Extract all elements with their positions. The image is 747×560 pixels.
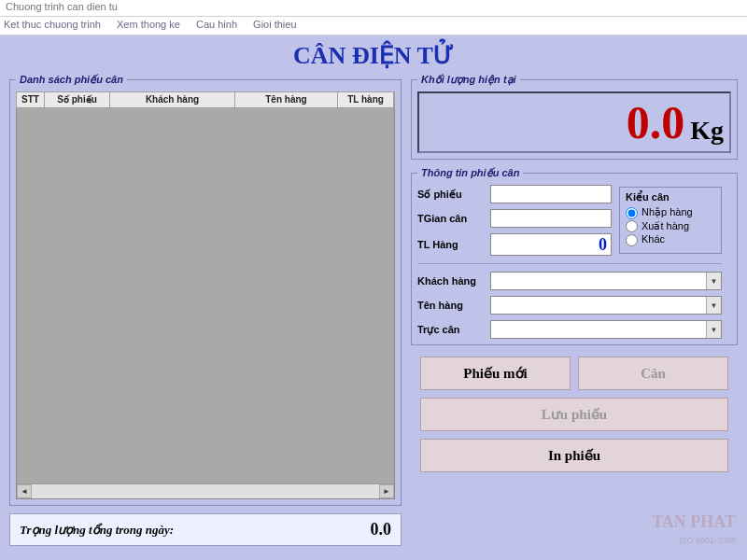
col-khach-hang[interactable]: Khách hàng <box>110 92 235 107</box>
current-weight-fieldset: Khối lượng hiện tại 0.0 Kg <box>411 74 738 160</box>
menubar: Ket thuc chuong trinh Xem thong ke Cau h… <box>0 17 747 35</box>
phieu-moi-button[interactable]: Phiếu mới <box>420 357 571 390</box>
truc-can-combo[interactable]: ▼ <box>490 320 722 339</box>
radio-nhap-hang[interactable]: Nhập hàng <box>626 206 715 219</box>
in-phieu-button[interactable]: In phiếu <box>420 439 728 472</box>
window-title: Chuong trinh can dien tu <box>6 1 118 12</box>
col-ten-hang[interactable]: Tên hàng <box>235 92 338 107</box>
chevron-down-icon[interactable]: ▼ <box>706 273 721 289</box>
radio-nhap-input[interactable] <box>626 207 638 219</box>
tgian-input[interactable] <box>490 209 612 228</box>
main-area: CÂN ĐIỆN TỬ Danh sách phiếu cân STT Số p… <box>0 35 747 560</box>
radio-xuat-hang[interactable]: Xuất hàng <box>626 220 715 233</box>
daily-total-label: Trọng lượng tổng trong ngày: <box>20 523 174 538</box>
kieu-can-group: Kiểu cân Nhập hàng Xuất hàng Khác <box>619 187 722 254</box>
app-title: CÂN ĐIỆN TỬ <box>9 41 738 70</box>
menu-config[interactable]: Cau hinh <box>196 19 237 30</box>
menu-exit[interactable]: Ket thuc chuong trinh <box>4 19 101 30</box>
so-phieu-label: Số phiếu <box>417 189 483 201</box>
ticket-list-legend: Danh sách phiếu cân <box>16 74 127 86</box>
table-header: STT Số phiếu Khách hàng Tên hàng TL hàng <box>16 91 395 108</box>
menu-stats[interactable]: Xem thong ke <box>117 19 180 30</box>
separator <box>417 263 722 264</box>
daily-total-box: Trọng lượng tổng trong ngày: 0.0 <box>9 513 402 546</box>
window-titlebar: Chuong trinh can dien tu <box>0 0 747 17</box>
so-phieu-input[interactable] <box>490 185 612 203</box>
truc-can-label: Trực cân <box>417 324 483 336</box>
chevron-down-icon[interactable]: ▼ <box>706 321 721 338</box>
col-stt[interactable]: STT <box>17 92 45 107</box>
col-so-phieu[interactable]: Số phiếu <box>45 92 110 107</box>
ten-hang-label: Tên hàng <box>417 300 483 311</box>
can-button[interactable]: Cân <box>578 357 728 390</box>
ten-hang-combo[interactable]: ▼ <box>490 296 722 315</box>
scroll-left-icon[interactable]: ◄ <box>17 484 32 498</box>
ticket-info-fieldset: Thông tin phiếu cân Số phiếu Kiểu cân Nh… <box>411 167 738 345</box>
luu-phieu-button[interactable]: Lưu phiếu <box>420 398 728 431</box>
scroll-right-icon[interactable]: ► <box>379 484 394 498</box>
radio-khac-input[interactable] <box>626 234 638 246</box>
current-weight-legend: Khối lượng hiện tại <box>417 74 520 86</box>
ticket-info-legend: Thông tin phiếu cân <box>417 167 523 179</box>
table-body[interactable]: ◄ ► <box>16 108 395 499</box>
weight-display: 0.0 Kg <box>417 91 731 153</box>
tl-hang-input[interactable] <box>490 233 612 256</box>
radio-xuat-input[interactable] <box>626 220 638 232</box>
tgian-label: TGian cân <box>417 213 483 224</box>
radio-khac[interactable]: Khác <box>626 233 715 246</box>
ticket-list-fieldset: Danh sách phiếu cân STT Số phiếu Khách h… <box>9 74 402 506</box>
khach-hang-label: Khách hàng <box>417 275 483 287</box>
scroll-track[interactable] <box>32 484 379 498</box>
kieu-can-title: Kiểu cân <box>626 191 715 203</box>
weight-unit: Kg <box>690 116 724 151</box>
horizontal-scrollbar[interactable]: ◄ ► <box>17 483 394 498</box>
col-tl-hang[interactable]: TL hàng <box>338 92 394 107</box>
khach-hang-combo[interactable]: ▼ <box>490 272 722 290</box>
tl-hang-label: TL Hàng <box>417 239 483 250</box>
daily-total-value: 0.0 <box>371 520 392 539</box>
button-area: Phiếu mới Cân Lưu phiếu In phiếu <box>411 357 738 472</box>
menu-about[interactable]: Gioi thieu <box>253 19 296 30</box>
chevron-down-icon[interactable]: ▼ <box>706 297 721 314</box>
weight-value: 0.0 <box>627 99 685 146</box>
